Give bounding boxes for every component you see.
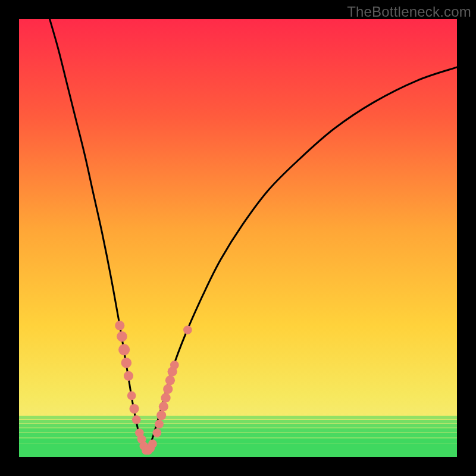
green-band (19, 443, 457, 457)
data-marker (183, 325, 192, 334)
data-marker (124, 371, 133, 381)
data-marker (170, 361, 179, 369)
data-marker (161, 393, 170, 403)
green-band (19, 419, 457, 423)
data-marker (148, 440, 157, 449)
data-marker (117, 331, 127, 342)
data-marker (163, 384, 173, 394)
data-marker (165, 375, 175, 385)
green-band (19, 416, 457, 419)
data-marker (121, 358, 131, 368)
green-band (19, 424, 457, 428)
green-bands-group (19, 416, 457, 457)
green-band (19, 433, 457, 438)
data-marker (155, 419, 164, 428)
data-marker (156, 411, 166, 420)
data-marker (127, 392, 136, 400)
data-marker (132, 415, 141, 424)
data-marker (152, 428, 161, 437)
green-band (19, 438, 457, 443)
gradient-background (19, 19, 457, 457)
plot-frame (19, 19, 457, 457)
data-marker (159, 402, 168, 411)
watermark-label: TheBottleneck.com (347, 4, 471, 20)
green-band (19, 428, 457, 432)
data-marker (115, 321, 124, 330)
data-marker (129, 404, 139, 414)
plot-canvas (19, 19, 457, 457)
data-marker (118, 344, 130, 355)
